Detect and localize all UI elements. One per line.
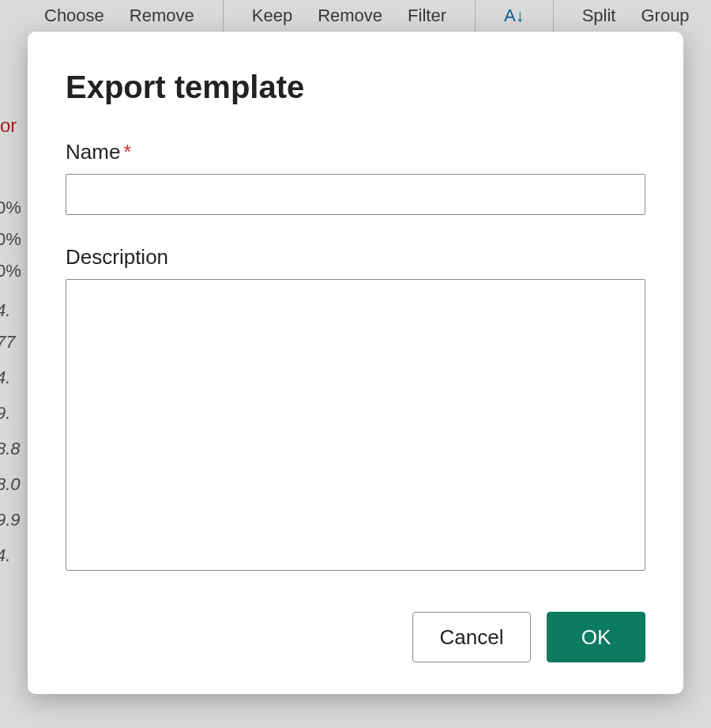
name-input[interactable] bbox=[66, 174, 645, 215]
export-template-dialog: Export template Name* Description Cancel… bbox=[28, 32, 683, 694]
ok-button[interactable]: OK bbox=[547, 612, 645, 662]
cancel-button[interactable]: Cancel bbox=[412, 612, 531, 662]
dialog-button-row: Cancel OK bbox=[66, 612, 645, 662]
description-input[interactable] bbox=[66, 279, 645, 571]
description-label: Description bbox=[66, 245, 645, 270]
name-label: Name* bbox=[66, 140, 645, 164]
name-label-text: Name bbox=[66, 140, 120, 164]
required-indicator: * bbox=[123, 140, 131, 164]
dialog-title: Export template bbox=[66, 70, 645, 105]
